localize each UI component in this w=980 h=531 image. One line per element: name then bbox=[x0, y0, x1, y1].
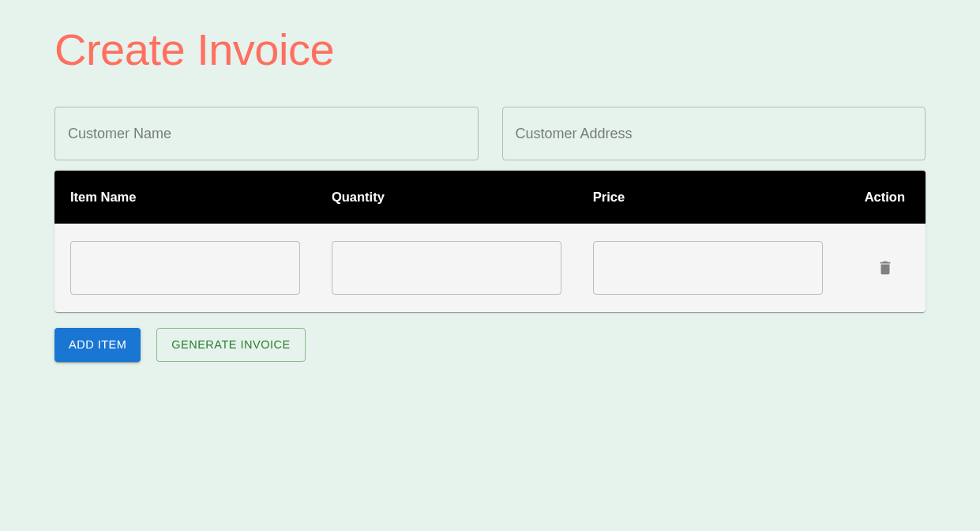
table-header-row: Item Name Quantity Price Action bbox=[54, 171, 926, 224]
customer-name-field-wrap bbox=[54, 107, 479, 160]
add-item-button[interactable]: Add Item bbox=[54, 328, 141, 362]
customer-address-input[interactable] bbox=[502, 107, 926, 160]
table-row bbox=[54, 224, 926, 312]
customer-address-field-wrap bbox=[502, 107, 926, 160]
customer-fields-row bbox=[54, 107, 926, 160]
customer-name-input[interactable] bbox=[54, 107, 479, 160]
header-price: Price bbox=[577, 171, 839, 224]
page-title: Create Invoice bbox=[54, 24, 926, 75]
quantity-input[interactable] bbox=[332, 241, 561, 295]
price-input[interactable] bbox=[593, 241, 823, 295]
invoice-items-table-container: Item Name Quantity Price Action bbox=[54, 170, 926, 312]
delete-row-button[interactable] bbox=[870, 253, 900, 283]
item-name-input[interactable] bbox=[70, 241, 300, 295]
trash-icon bbox=[877, 259, 894, 277]
invoice-items-table: Item Name Quantity Price Action bbox=[54, 171, 926, 312]
header-action: Action bbox=[839, 171, 926, 224]
action-buttons-row: Add Item Generate Invoice bbox=[54, 328, 926, 362]
generate-invoice-button[interactable]: Generate Invoice bbox=[156, 328, 305, 362]
header-quantity: Quantity bbox=[316, 171, 577, 224]
header-item-name: Item Name bbox=[54, 171, 316, 224]
